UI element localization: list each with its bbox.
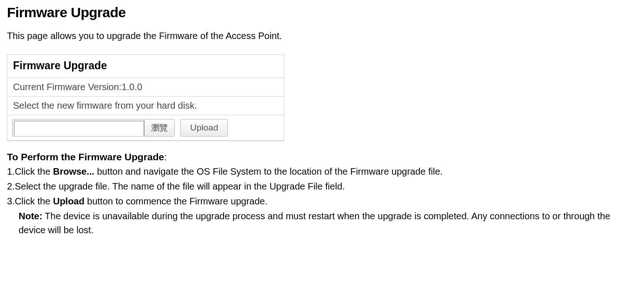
select-instruction: Select the new firmware from your hard d… xyxy=(7,97,284,115)
upload-button[interactable]: Upload xyxy=(180,119,228,137)
step-1-bold: Browse... xyxy=(53,166,94,177)
step-1-suffix: button and navigate the OS File System t… xyxy=(94,166,443,177)
upload-row: 瀏覽 Upload xyxy=(7,115,284,141)
instructions-heading: To Perform the Firmware Upgrade: xyxy=(7,151,637,163)
instructions-heading-tail: : xyxy=(164,151,167,162)
instructions-list: 1.Click the Browse... button and navigat… xyxy=(7,164,637,237)
page-title: Firmware Upgrade xyxy=(7,5,637,20)
instructions-heading-bold: To Perform the Firmware Upgrade xyxy=(7,151,164,162)
panel-header: Firmware Upgrade xyxy=(7,55,284,78)
version-value: 1.0.0 xyxy=(121,82,142,92)
note-label: Note: xyxy=(19,211,42,221)
step-1-prefix: 1.Click the xyxy=(7,166,53,177)
note: Note: The device is unavailable during t… xyxy=(7,209,637,237)
intro-text: This page allows you to upgrade the Firm… xyxy=(7,31,637,41)
note-text: The device is unavailable during the upg… xyxy=(19,211,611,235)
step-3-prefix: 3.Click the xyxy=(7,196,53,206)
step-3-suffix: button to commence the Firmware upgrade. xyxy=(85,196,268,206)
step-3: 3.Click the Upload button to commence th… xyxy=(7,194,637,208)
version-label: Current Firmware Version: xyxy=(13,82,121,92)
file-chooser[interactable]: 瀏覽 xyxy=(12,119,175,137)
version-row: Current Firmware Version:1.0.0 xyxy=(7,78,284,97)
firmware-panel: Firmware Upgrade Current Firmware Versio… xyxy=(7,54,284,141)
step-2: 2.Select the upgrade file. The name of t… xyxy=(7,179,637,193)
browse-button[interactable]: 瀏覽 xyxy=(144,119,174,136)
file-path-input[interactable] xyxy=(14,121,144,137)
step-3-bold: Upload xyxy=(53,196,85,206)
step-1: 1.Click the Browse... button and navigat… xyxy=(7,164,637,178)
